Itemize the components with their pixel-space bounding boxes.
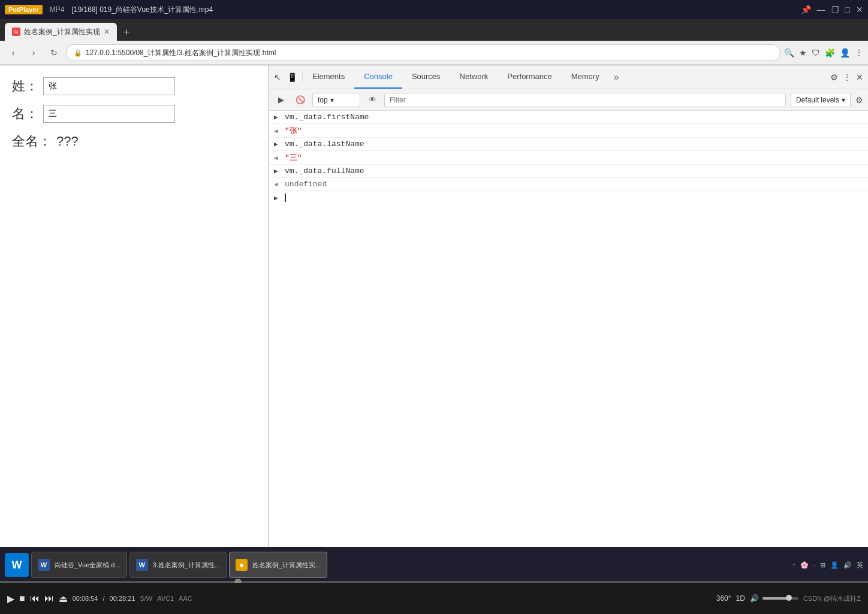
context-selector[interactable]: top ▾	[312, 93, 360, 107]
nav-bar: ‹ › ↻ 🔒 127.0.0.1:5500/08_计算属性/3.姓名案例_计算…	[0, 41, 868, 65]
device-icon[interactable]: 📱	[287, 72, 297, 82]
close-icon[interactable]: ✕	[856, 5, 863, 14]
taskbar-item-browser[interactable]: ● 姓名案例_计算属性实...	[229, 552, 327, 578]
resolution-label: 360°	[716, 594, 731, 603]
fullname-label: 全名：	[12, 132, 52, 150]
levels-selector[interactable]: Default levels ▾	[791, 93, 851, 107]
tab-favicon: 尚	[12, 28, 20, 36]
console-line: ▶ vm._data.fullName	[269, 165, 868, 178]
menu-icon[interactable]: ⋮	[855, 48, 863, 58]
console-text-2: vm._data.lastName	[285, 140, 364, 149]
devtools-tabs: Elements Console Sources Network Perform…	[303, 65, 825, 89]
taskbar-lang-icon[interactable]: 英	[857, 561, 863, 570]
taskbar-grid-icon[interactable]: ⊞	[820, 561, 825, 569]
devtools-actions: ⚙ ⋮ ✕	[825, 72, 868, 82]
levels-dropdown-icon: ▾	[842, 96, 845, 104]
volume-bar[interactable]	[762, 597, 798, 600]
expand-arrow-1[interactable]: ▶	[274, 113, 281, 121]
taskbar-volume-icon[interactable]: 🔊	[843, 561, 852, 569]
taskbar-flower-icon[interactable]: 🌸	[800, 561, 809, 569]
tab-console[interactable]: Console	[354, 65, 402, 89]
mode-label: 1D	[736, 594, 745, 603]
minimize-icon[interactable]: —	[817, 5, 825, 14]
taskbar-user-icon[interactable]: 👤	[830, 561, 839, 569]
fullname-row: 全名： ???	[12, 132, 256, 150]
taskbar-item-word2[interactable]: W 3.姓名案例_计算属性...	[129, 552, 227, 578]
extensions-icon[interactable]: 🧩	[825, 48, 835, 58]
url-text: 127.0.0.1:5500/08_计算属性/3.姓名案例_计算属性实现.htm…	[86, 48, 276, 58]
console-cursor[interactable]	[285, 193, 286, 202]
expand-arrow-2[interactable]: ▶	[274, 140, 281, 148]
input-arrow: ▶	[274, 194, 281, 202]
url-bar[interactable]: 🔒 127.0.0.1:5500/08_计算属性/3.姓名案例_计算属性实现.h…	[66, 44, 780, 61]
potplayer-logo[interactable]: PotPlayer	[5, 5, 43, 14]
more-tabs-button[interactable]: »	[609, 72, 624, 83]
inspect-icon[interactable]: ↖	[274, 72, 281, 82]
clear-button[interactable]: 🚫	[293, 93, 308, 107]
run-button[interactable]: ▶	[274, 93, 288, 107]
console-line: ◀ "三"	[269, 151, 868, 165]
profile-icon[interactable]: 👤	[840, 48, 850, 58]
taskbar-dot-icon[interactable]: ·	[813, 561, 815, 568]
browser-tab-active[interactable]: 尚 姓名案例_计算属性实现 ✕	[5, 23, 117, 41]
tab-elements[interactable]: Elements	[303, 65, 354, 89]
settings-icon[interactable]: ⚙	[830, 72, 838, 82]
console-result-3: undefined	[285, 180, 327, 189]
back-button[interactable]: ‹	[5, 44, 22, 61]
restore-icon[interactable]: ❐	[831, 5, 839, 14]
devtools-toolbar: ▶ 🚫 top ▾ 👁 Default levels ▾ ⚙	[269, 89, 868, 111]
open-button[interactable]: ⏏	[59, 593, 68, 604]
console-result-1: "张"	[285, 125, 302, 136]
toolbar-settings-icon[interactable]: ⚙	[855, 95, 863, 105]
maximize-icon[interactable]: □	[845, 5, 850, 14]
media-filename: [19/168] 019_尚硅谷Vue技术_计算属性.mp4	[71, 5, 213, 15]
tab-memory[interactable]: Memory	[562, 65, 609, 89]
surname-row: 姓：	[12, 77, 256, 95]
stop-button[interactable]: ■	[19, 593, 25, 604]
console-input-line: ▶	[269, 191, 868, 204]
surname-input[interactable]	[43, 77, 175, 95]
tab-sources[interactable]: Sources	[402, 65, 450, 89]
pin-icon[interactable]: 📌	[801, 5, 811, 14]
filter-input[interactable]	[384, 93, 786, 107]
zoom-icon[interactable]: 🔍	[784, 48, 794, 58]
play-button[interactable]: ▶	[7, 593, 14, 604]
current-time: 00:08:54	[73, 595, 98, 602]
tab-network[interactable]: Network	[450, 65, 498, 89]
console-line: ◀ "张"	[269, 124, 868, 138]
forward-button[interactable]: ›	[25, 44, 42, 61]
fullname-value: ???	[56, 134, 79, 149]
prev-button[interactable]: ⏮	[30, 593, 40, 604]
taskbar: W W 尚硅谷_Vue全家桶.d... W 3.姓名案例_计算属性... ● 姓…	[0, 547, 868, 583]
main-area: 姓： 名： 全名： ??? ↖ 📱 Elements Console Sourc…	[0, 65, 868, 548]
context-dropdown-icon: ▾	[330, 96, 334, 104]
reload-button[interactable]: ↻	[46, 44, 62, 61]
eye-button[interactable]: 👁	[365, 93, 379, 107]
surname-label: 姓：	[12, 77, 38, 95]
console-line: ◀ undefined	[269, 178, 868, 191]
media-format-label: MP4	[50, 5, 65, 14]
next-button[interactable]: ⏭	[44, 593, 54, 604]
browser-icon: ●	[236, 559, 248, 571]
media-bar: ▶ ■ ⏮ ⏭ ⏏ 00:08:54 / 00:28:21 S/W AVC1 A…	[0, 583, 868, 614]
taskbar-arrow-icon[interactable]: ↑	[792, 561, 795, 568]
close-devtools-icon[interactable]: ✕	[856, 72, 863, 82]
taskbar-item-word1[interactable]: W 尚硅谷_Vue全家桶.d...	[31, 552, 127, 578]
tab-performance[interactable]: Performance	[498, 65, 561, 89]
tab-close-button[interactable]: ✕	[104, 28, 110, 36]
firstname-row: 名：	[12, 105, 256, 123]
star-icon[interactable]: ★	[799, 48, 807, 58]
taskbar-label-3: 姓名案例_计算属性实...	[252, 561, 321, 570]
extension-icon[interactable]: 🛡	[812, 48, 820, 58]
firstname-input[interactable]	[43, 105, 175, 123]
volume-control: 🔊	[750, 594, 798, 603]
start-button[interactable]: W	[5, 553, 29, 577]
expand-arrow-3[interactable]: ▶	[274, 167, 281, 175]
new-tab-button[interactable]: +	[118, 24, 135, 41]
context-value: top	[318, 96, 328, 104]
volume-icon[interactable]: 🔊	[750, 594, 759, 603]
tab-bar: 尚 姓名案例_计算属性实现 ✕ +	[0, 19, 868, 41]
levels-value: Default levels	[796, 96, 839, 104]
return-arrow-2: ◀	[274, 154, 281, 162]
more-options-icon[interactable]: ⋮	[843, 72, 851, 82]
